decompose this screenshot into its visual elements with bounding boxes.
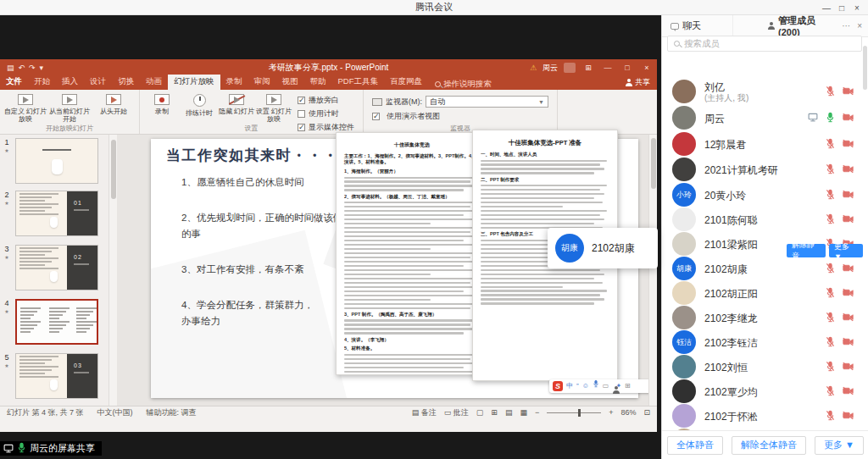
tab-帮助[interactable]: 帮助 <box>304 75 332 90</box>
thumbnail-scrollbar[interactable] <box>108 135 117 406</box>
tab-文件[interactable]: 文件 <box>0 75 28 90</box>
slide-sorter-icon[interactable]: ⊞ <box>491 408 498 417</box>
tab-动画[interactable]: 动画 <box>140 75 168 90</box>
mic-muted-icon[interactable] <box>826 287 835 298</box>
slide-editing-canvas[interactable]: 当工作突如其来时・・・ 1、愿意牺牲自己的休息时间2、优先规划时间，正确的时间做… <box>117 135 648 406</box>
mic-muted-icon[interactable] <box>826 163 835 174</box>
slide-thumbnail-1[interactable] <box>15 138 98 184</box>
ppt-minimize-button[interactable]: — <box>601 64 615 72</box>
tab-开始[interactable]: 开始 <box>28 75 56 90</box>
monitor-dropdown[interactable]: 自动 ▼ <box>426 96 548 108</box>
mic-muted-icon[interactable] <box>826 410 835 421</box>
mic-muted-icon[interactable] <box>826 189 835 200</box>
mic-muted-icon[interactable] <box>826 213 835 224</box>
canvas-scrollbar[interactable] <box>648 135 657 406</box>
search-members-input[interactable]: 搜索成员 <box>667 36 862 52</box>
ribbon-button-1[interactable]: 从当前幻灯片 开始 <box>47 92 92 123</box>
notes-button[interactable]: ▤ 备注 <box>412 407 437 418</box>
tab-审阅[interactable]: 审阅 <box>248 75 276 90</box>
reading-view-icon[interactable]: ▤ <box>505 408 513 417</box>
zoom-in-icon[interactable]: + <box>609 408 613 417</box>
member-row-2102刘恒[interactable]: 2102刘恒 <box>662 354 864 379</box>
camera-off-icon[interactable] <box>843 288 854 297</box>
camera-off-icon[interactable] <box>843 337 854 346</box>
ribbon-button-设置-0[interactable]: 设置 幻灯片放映 <box>255 92 292 123</box>
tab-录制[interactable]: 录制 <box>220 75 248 90</box>
camera-off-icon[interactable] <box>843 190 854 199</box>
slide-thumbnail-4[interactable] <box>15 299 98 345</box>
emoji-icon[interactable]: ☺ <box>582 379 589 393</box>
tab-切换[interactable]: 切换 <box>112 75 140 90</box>
ppt-restore-button[interactable]: □ <box>620 64 634 72</box>
undo-icon[interactable]: ↶ <box>19 64 25 72</box>
slide-title[interactable]: 当工作突如其来时・・・ <box>166 146 339 165</box>
ribbon-button-2[interactable]: 自定义 幻灯片放映 <box>3 92 47 123</box>
unmute-member-button[interactable]: 解除静音 <box>787 244 826 257</box>
member-row-12郭晨君[interactable]: 12郭晨君 <box>662 131 864 157</box>
account-name[interactable]: 周云 <box>542 63 558 74</box>
share-button[interactable]: 共享 <box>625 77 650 88</box>
camera-off-icon[interactable] <box>843 386 854 395</box>
tab-视图[interactable]: 视图 <box>276 75 304 90</box>
camera-off-icon[interactable] <box>843 411 854 420</box>
zoom-slider-thumb[interactable] <box>578 409 581 417</box>
minimize-button[interactable]: — <box>819 3 834 13</box>
save-icon[interactable]: ▤ <box>7 64 14 72</box>
member-row-刘亿[interactable]: 刘亿(主持人, 我) <box>662 79 864 104</box>
tab-PDF工具集[interactable]: PDF工具集 <box>332 75 385 90</box>
camera-off-icon[interactable] <box>843 214 854 224</box>
ribbon-button-设置-2[interactable]: 排练计时 <box>181 92 218 117</box>
member-list-scrollbar[interactable] <box>862 39 868 429</box>
member-row-2102于怀淞[interactable]: 2102于怀淞 <box>662 403 864 429</box>
tab-设计[interactable]: 设计 <box>84 75 112 90</box>
mic-muted-icon[interactable] <box>826 138 835 149</box>
camera-off-icon[interactable] <box>843 362 854 371</box>
member-row-周云[interactable]: 周云 <box>662 105 864 130</box>
slide-thumbnail-5[interactable]: 03 <box>15 353 98 399</box>
mute-all-button[interactable]: 全体静音 <box>667 436 723 455</box>
camera-off-icon[interactable] <box>843 263 854 273</box>
member-row-2021计算机考研[interactable]: 2021计算机考研 <box>662 157 864 182</box>
camera-off-icon[interactable] <box>843 164 854 174</box>
more-button[interactable]: 更多 ▼ <box>815 436 864 455</box>
member-row-2102胡正阳[interactable]: 2102胡正阳 <box>662 280 864 306</box>
voice-icon[interactable] <box>593 379 599 393</box>
tab-manage-members[interactable]: 管理成员(200) <box>760 15 842 36</box>
mic-on-icon[interactable] <box>826 112 835 123</box>
member-more-button[interactable]: 更多 ▼ <box>829 244 863 257</box>
fit-to-window-icon[interactable]: ⊡ <box>643 408 650 417</box>
mic-muted-icon[interactable] <box>826 336 835 347</box>
qat-dropdown-icon[interactable]: ▾ <box>40 64 44 72</box>
mic-muted-icon[interactable] <box>826 385 835 396</box>
ribbon-display-options-icon[interactable]: ⊞ <box>581 64 595 72</box>
zoom-slider[interactable] <box>547 412 601 413</box>
zoom-level[interactable]: 86% <box>620 408 636 417</box>
tab-chat[interactable]: 聊天 <box>662 15 733 36</box>
member-row-2102李钰洁[interactable]: 钰洁2102李钰洁 <box>662 329 864 355</box>
mic-muted-icon[interactable] <box>826 361 835 372</box>
chinese-mode-icon[interactable]: 中 <box>566 379 573 393</box>
mic-muted-icon[interactable] <box>826 86 835 97</box>
redo-icon[interactable]: ↷ <box>29 64 36 72</box>
slide-thumbnail-3[interactable]: 02 <box>15 245 98 290</box>
tab-插入[interactable]: 插入 <box>56 75 84 90</box>
member-row-2102覃少均[interactable]: 2102覃少均 <box>662 379 864 404</box>
panel-more-icon[interactable]: ··· <box>842 21 850 30</box>
panel-close-icon[interactable]: × <box>857 21 862 30</box>
ribbon-button-设置-3[interactable]: 录制 <box>143 92 181 115</box>
tab-百度网盘[interactable]: 百度网盘 <box>384 75 428 90</box>
punctuation-icon[interactable]: ” <box>576 379 579 393</box>
grid-icon[interactable]: ⊞ <box>625 379 631 393</box>
checkbox-使用计时[interactable]: 使用计时 <box>298 108 354 119</box>
sogou-logo-icon[interactable]: S <box>553 381 563 391</box>
sogou-ime-toolbar[interactable]: S中”☺ ▭✦⊞ <box>549 379 654 393</box>
camera-off-icon[interactable] <box>843 312 854 322</box>
camera-off-icon[interactable] <box>843 86 854 96</box>
account-avatar[interactable] <box>564 63 576 73</box>
ribbon-button-设置-1[interactable]: 隐藏 幻灯片 <box>218 92 255 115</box>
camera-off-icon[interactable] <box>843 139 854 148</box>
camera-off-icon[interactable] <box>843 113 854 122</box>
member-row-2101陈何聪[interactable]: 2101陈何聪 <box>662 207 864 232</box>
close-button[interactable]: × <box>849 3 865 13</box>
mic-muted-icon[interactable] <box>826 312 835 323</box>
